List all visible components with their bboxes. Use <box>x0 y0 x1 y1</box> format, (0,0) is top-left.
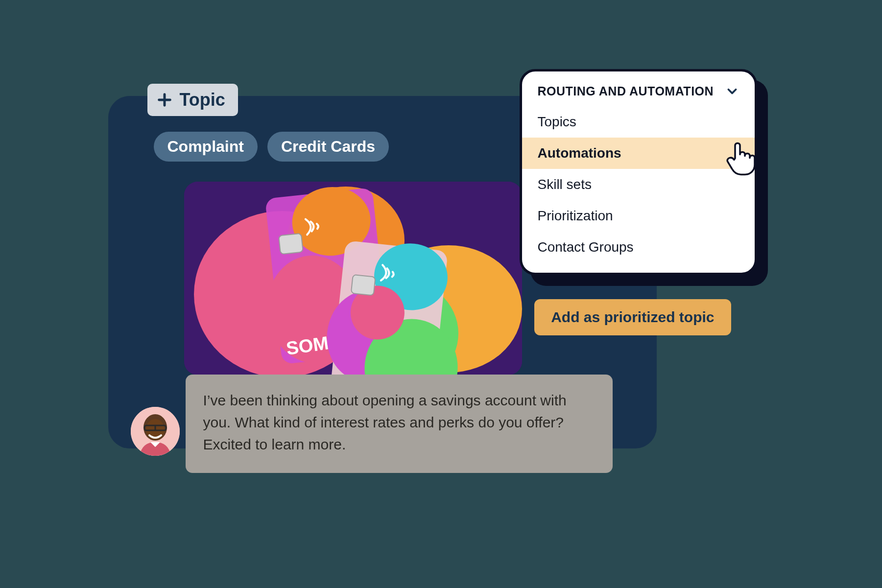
avatar <box>131 407 180 456</box>
menu-title: ROUTING AND AUTOMATION <box>538 84 714 98</box>
svg-rect-8 <box>279 233 303 254</box>
menu-item-skill-sets[interactable]: Skill sets <box>522 169 755 200</box>
add-topic-label: Topic <box>180 90 225 110</box>
menu-item-label: Automations <box>538 145 621 161</box>
chip-complaint[interactable]: Complaint <box>154 132 258 162</box>
topic-chips: Complaint Credit Cards <box>154 132 389 162</box>
hero-image: SOMOS <box>184 182 522 375</box>
chip-credit-cards[interactable]: Credit Cards <box>267 132 389 162</box>
menu-item-topics[interactable]: Topics <box>522 106 755 138</box>
chevron-down-icon[interactable] <box>725 84 739 98</box>
svg-rect-15 <box>351 274 375 295</box>
menu-item-contact-groups[interactable]: Contact Groups <box>522 232 755 263</box>
menu-item-automations[interactable]: Automations <box>522 138 755 169</box>
menu-header[interactable]: ROUTING AND AUTOMATION <box>522 84 755 106</box>
menu-item-prioritization[interactable]: Prioritization <box>522 200 755 232</box>
add-prioritized-topic-button[interactable]: Add as prioritized topic <box>534 299 731 335</box>
routing-menu: ROUTING AND AUTOMATION Topics Automation… <box>520 69 757 275</box>
plus-icon <box>156 92 173 108</box>
add-topic-button[interactable]: Topic <box>147 84 238 116</box>
customer-message: I’ve been thinking about opening a savin… <box>186 375 613 473</box>
